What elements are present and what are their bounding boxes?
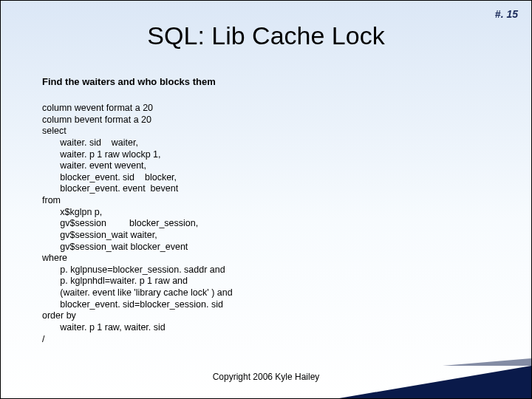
sql-code-block: column wevent format a 20 column bevent … — [42, 103, 233, 345]
corner-decoration — [339, 366, 531, 398]
corner-decoration-shadow — [443, 358, 531, 366]
slide: #. 15 SQL: Lib Cache Lock Find the waite… — [0, 0, 532, 399]
slide-title: SQL: Lib Cache Lock — [1, 21, 531, 50]
slide-subtitle: Find the waiters and who blocks them — [42, 76, 216, 87]
page-number: #. 15 — [495, 8, 518, 20]
